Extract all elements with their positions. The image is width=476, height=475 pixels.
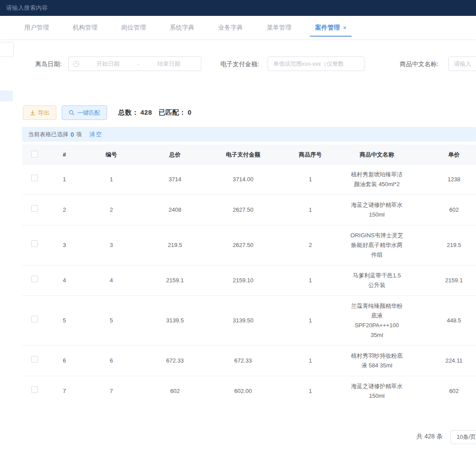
selection-prefix: 当前表格已选择 xyxy=(28,131,68,138)
row-total-cell: 219.5 xyxy=(141,225,209,266)
row-total-cell: 602 xyxy=(141,376,209,401)
row-code-cell: 5 xyxy=(82,296,141,346)
row-seq-cell: 1 xyxy=(277,376,344,401)
row-code-cell: 3 xyxy=(82,225,141,266)
row-unit-price-cell: 602 xyxy=(410,376,476,401)
tab-2[interactable]: 机构管理 xyxy=(73,16,97,39)
row-seq-cell: 1 xyxy=(277,165,344,195)
row-total-cell: 2408 xyxy=(141,195,209,225)
left-edge-highlight-fragment xyxy=(0,90,13,101)
row-payment-cell: 3139.50 xyxy=(209,296,277,346)
row-checkbox[interactable] xyxy=(31,386,38,393)
product-name-placeholder: 请输入 xyxy=(454,60,471,68)
cases-table: #编号总价电子支付金额商品序号商品中文名称单价 1137143714.001植村… xyxy=(22,145,476,401)
matched-value: 0 xyxy=(188,108,192,116)
row-select-cell xyxy=(22,225,47,266)
row-seq-cell: 1 xyxy=(277,296,344,346)
row-index-cell: 7 xyxy=(47,376,82,401)
global-search-input[interactable]: 请输入搜索内容 xyxy=(6,4,48,12)
tab-6[interactable]: 菜单管理 xyxy=(267,16,291,39)
close-tab-icon[interactable]: × xyxy=(343,24,346,31)
row-code-cell: 7 xyxy=(82,376,141,401)
row-index-cell: 6 xyxy=(47,346,82,376)
search-icon xyxy=(69,110,74,116)
one-click-match-button[interactable]: 一键匹配 xyxy=(62,105,107,120)
table-row: 77602602.001海蓝之谜修护精萃水 150ml602 xyxy=(22,376,476,401)
row-unit-price-cell: 448.5 xyxy=(410,296,476,346)
left-edge-panel-fragment xyxy=(0,42,14,57)
tab-label: 菜单管理 xyxy=(267,24,291,32)
payment-amount-input[interactable]: 单值或范围xxx-xxx（仅整数 xyxy=(268,56,364,71)
data-table-container[interactable]: #编号总价电子支付金额商品序号商品中文名称单价 1137143714.001植村… xyxy=(22,145,476,401)
product-name-input[interactable]: 请输入 xyxy=(448,56,476,71)
row-checkbox[interactable] xyxy=(31,240,38,247)
table-header-row: #编号总价电子支付金额商品序号商品中文名称单价 xyxy=(22,145,476,165)
table-row: 33219.52627.502ORIGINS韦博士灵芝焕能好底子精华水两件组21… xyxy=(22,225,476,266)
table-row: 442159.12159.101马爹利蓝带干邑1.5公升装2159.1 xyxy=(22,266,476,296)
selection-bar: 当前表格已选择 0 项 清空 xyxy=(22,127,476,142)
row-select-cell xyxy=(22,266,47,296)
row-total-cell: 2159.1 xyxy=(141,266,209,296)
row-total-cell: 672.33 xyxy=(141,346,209,376)
tab-label: 用户管理 xyxy=(24,24,49,32)
row-checkbox[interactable] xyxy=(31,316,38,322)
select-all-checkbox[interactable] xyxy=(31,151,38,157)
total-label: 总数： xyxy=(118,108,139,116)
row-name-cell: 马爹利蓝带干邑1.5公升装 xyxy=(344,266,410,296)
row-seq-cell: 1 xyxy=(277,266,344,296)
table-row: 1137143714.001植村秀新琥珀臻萃洁颜油套装 450ml*21238 xyxy=(22,165,476,195)
export-button[interactable]: 导出 xyxy=(23,105,56,120)
row-payment-cell: 602.00 xyxy=(209,376,277,401)
table-row: 2224082627.501海蓝之谜修护精萃水 150ml602 xyxy=(22,195,476,225)
row-checkbox[interactable] xyxy=(31,356,38,363)
row-index-cell: 2 xyxy=(47,195,82,225)
row-select-cell xyxy=(22,346,47,376)
start-date-placeholder[interactable]: 开始日期 xyxy=(80,60,136,68)
column-header: 单价 xyxy=(410,145,476,165)
clock-icon xyxy=(73,61,79,67)
row-index-cell: 1 xyxy=(47,165,82,195)
column-header: 电子支付金额 xyxy=(209,145,277,165)
tab-label: 业务字典 xyxy=(218,24,243,32)
row-seq-cell: 1 xyxy=(277,346,344,376)
row-index-cell: 4 xyxy=(47,266,82,296)
row-code-cell: 4 xyxy=(82,266,141,296)
row-checkbox[interactable] xyxy=(31,205,38,212)
clear-selection-link[interactable]: 清空 xyxy=(89,131,103,138)
row-select-cell xyxy=(22,376,47,401)
tab-3[interactable]: 岗位管理 xyxy=(121,16,146,39)
row-select-cell xyxy=(22,296,47,346)
row-code-cell: 1 xyxy=(82,165,141,195)
end-date-placeholder[interactable]: 结束日期 xyxy=(141,60,197,68)
row-checkbox[interactable] xyxy=(31,276,38,282)
table-row: 66672.33672.331植村秀羽纱持妆粉底液 584 35ml224.11 xyxy=(22,346,476,376)
tab-5[interactable]: 业务字典 xyxy=(218,16,243,39)
row-name-cell: 海蓝之谜修护精萃水 150ml xyxy=(344,376,410,401)
row-total-cell: 3139.5 xyxy=(141,296,209,346)
tab-4[interactable]: 系统字典 xyxy=(170,16,194,39)
row-name-cell: 植村秀新琥珀臻萃洁颜油套装 450ml*2 xyxy=(344,165,410,195)
row-checkbox[interactable] xyxy=(31,175,38,181)
payment-filter-label: 电子支付金额: xyxy=(220,60,259,68)
tab-7[interactable]: 案件管理× xyxy=(315,16,346,39)
row-unit-price-cell: 2159.1 xyxy=(410,266,476,296)
page-size-value: 10条/页 xyxy=(457,433,476,441)
row-name-cell: ORIGINS韦博士灵芝焕能好底子精华水两件组 xyxy=(344,225,410,266)
row-seq-cell: 1 xyxy=(277,195,344,225)
row-payment-cell: 2159.10 xyxy=(209,266,277,296)
column-header: 商品序号 xyxy=(277,145,344,165)
tab-label: 岗位管理 xyxy=(121,24,146,32)
product-filter-label: 商品中文名称: xyxy=(400,60,439,68)
tab-1[interactable]: 用户管理 xyxy=(24,16,49,39)
export-button-label: 导出 xyxy=(38,109,49,117)
date-range-input[interactable]: 开始日期 - 结束日期 xyxy=(68,56,201,71)
row-name-cell: 海蓝之谜修护精萃水 150ml xyxy=(344,195,410,225)
row-payment-cell: 2627.50 xyxy=(209,195,277,225)
row-unit-price-cell: 1238 xyxy=(410,165,476,195)
column-header: 总价 xyxy=(141,145,209,165)
topbar: 请输入搜索内容 xyxy=(0,0,476,16)
page-size-select[interactable]: 10条/页 xyxy=(450,430,476,444)
payment-amount-placeholder: 单值或范围xxx-xxx（仅整数 xyxy=(273,60,344,68)
row-payment-cell: 2627.50 xyxy=(209,225,277,266)
row-total-cell: 3714 xyxy=(141,165,209,195)
